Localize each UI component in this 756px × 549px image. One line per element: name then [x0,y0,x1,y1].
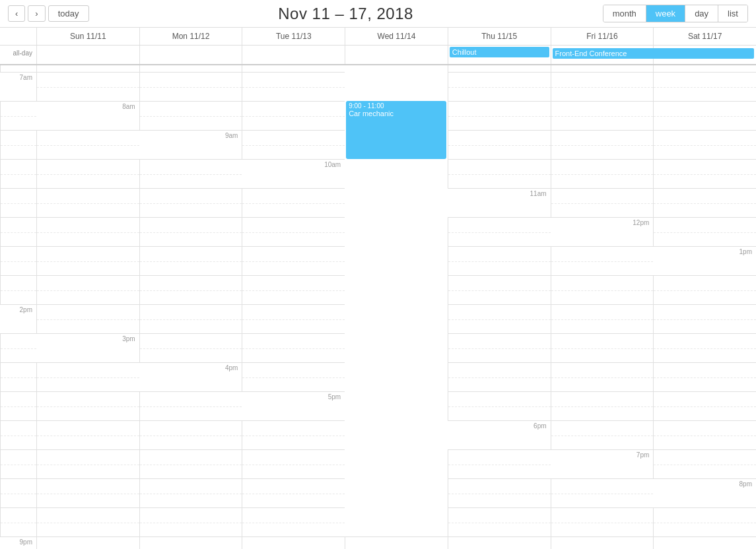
day-col-4-hour-15[interactable] [653,333,756,362]
day-col-4-hour-20[interactable] [448,507,551,536]
day-col-3-hour-8[interactable] [551,101,654,130]
day-col-0-hour-9[interactable] [242,130,345,159]
day-col-0-hour-19[interactable] [653,449,756,478]
event-car-mechanic[interactable]: 9:00 - 11:00Car mechanic [346,101,446,159]
day-col-2-hour-17[interactable] [653,391,756,420]
day-col-2-hour-8[interactable] [448,101,551,130]
day-col-2-hour-7[interactable] [242,72,345,101]
day-col-3-hour-19[interactable] [139,478,242,507]
day-col-2-hour-15[interactable] [448,333,551,362]
day-col-6-hour-17[interactable] [242,420,345,449]
day-col-1-hour-12[interactable] [0,246,36,275]
day-col-0-hour-20[interactable] [0,507,36,536]
prev-button[interactable]: ‹ [8,5,25,22]
day-col-4-hour-21[interactable] [448,536,551,549]
day-col-5-hour-18[interactable] [242,449,345,478]
day-col-2-hour-16[interactable] [551,362,654,391]
day-col-4-hour-10[interactable] [36,188,139,217]
day-col-1-hour-6[interactable] [36,65,139,72]
day-col-2-hour-10[interactable] [653,159,756,188]
day-col-1-hour-8[interactable] [242,101,345,130]
day-col-4-hour-14[interactable] [551,304,654,333]
day-col-1-hour-15[interactable] [242,333,345,362]
day-col-4-hour-9[interactable] [0,159,36,188]
day-col-5-hour-14[interactable] [653,304,756,333]
day-col-5-hour-19[interactable] [448,478,551,507]
day-col-2-hour-13[interactable] [139,275,242,304]
day-col-6-hour-19[interactable] [551,478,654,507]
day-col-6-hour-6[interactable] [653,65,756,72]
day-col-6-hour-9[interactable] [139,159,242,188]
day-col-6-hour-13[interactable] [653,275,756,304]
day-col-0-hour-6[interactable] [0,65,36,72]
day-col-3-hour-21[interactable] [345,536,448,549]
day-col-1-hour-19[interactable] [0,478,36,507]
day-col-3-hour-6[interactable] [242,65,345,72]
day-col-3-hour-16[interactable] [653,362,756,391]
day-col-0-hour-17[interactable] [448,391,551,420]
day-col-0-hour-21[interactable] [36,536,139,549]
day-col-4-hour-18[interactable] [139,449,242,478]
day-col-1-hour-20[interactable] [36,507,139,536]
day-col-5-hour-13[interactable] [551,275,654,304]
day-col-6-hour-10[interactable] [242,188,345,217]
list-view-button[interactable]: list [718,5,747,22]
day-col-6-hour-14[interactable] [0,333,36,362]
allday-cell-wed[interactable] [345,46,448,64]
day-col-4-hour-11[interactable] [139,217,242,246]
day-col-2-hour-14[interactable] [242,304,345,333]
allday-cell-mon[interactable] [139,46,242,64]
day-col-0-hour-16[interactable] [242,362,345,391]
allday-cell-thu[interactable]: Chillout [448,46,551,64]
day-col-5-hour-17[interactable] [139,420,242,449]
day-col-6-hour-15[interactable] [36,362,139,391]
day-col-4-hour-7[interactable] [551,72,654,101]
day-col-3-hour-9[interactable] [653,130,756,159]
day-col-4-hour-8[interactable] [653,101,756,130]
day-col-6-hour-12[interactable] [551,246,654,275]
day-col-6-hour-16[interactable] [139,391,242,420]
day-col-3-hour-17[interactable] [0,420,36,449]
day-col-6-hour-21[interactable] [653,536,756,549]
day-col-4-hour-19[interactable] [242,478,345,507]
allday-cell-fri[interactable]: Front-End Conference [551,46,654,64]
day-col-5-hour-10[interactable] [139,188,242,217]
day-col-1-hour-18[interactable] [653,420,756,449]
day-col-5-hour-8[interactable] [0,130,36,159]
day-col-3-hour-13[interactable] [242,275,345,304]
day-col-1-hour-9[interactable] [448,130,551,159]
day-col-1-hour-21[interactable] [139,536,242,549]
day-col-6-hour-18[interactable] [448,449,551,478]
day-col-6-hour-20[interactable] [653,507,756,536]
day-col-0-hour-12[interactable] [653,217,756,246]
day-col-5-hour-11[interactable] [242,217,345,246]
day-col-3-hour-10[interactable] [0,188,36,217]
day-col-3-hour-14[interactable] [448,304,551,333]
day-col-2-hour-18[interactable] [0,449,36,478]
day-col-1-hour-7[interactable] [139,72,242,101]
day-col-3-hour-18[interactable] [36,449,139,478]
day-col-0-hour-7[interactable] [36,72,139,101]
day-col-3-hour-12[interactable] [139,246,242,275]
month-view-button[interactable]: month [603,5,646,22]
day-col-1-hour-13[interactable] [36,275,139,304]
day-col-5-hour-20[interactable] [551,507,654,536]
day-col-2-hour-19[interactable] [36,478,139,507]
day-col-6-hour-7[interactable] [0,101,36,130]
day-col-0-hour-8[interactable] [139,101,242,130]
day-col-1-hour-17[interactable] [551,391,654,420]
day-col-3-hour-11[interactable] [36,217,139,246]
day-col-5-hour-6[interactable] [551,65,654,72]
day-col-6-hour-11[interactable] [448,217,551,246]
day-col-5-hour-16[interactable] [36,391,139,420]
day-col-0-hour-10[interactable] [448,159,551,188]
today-button[interactable]: today [48,5,89,22]
day-col-0-hour-11[interactable] [551,188,654,217]
day-col-4-hour-17[interactable] [36,420,139,449]
day-col-2-hour-9[interactable] [551,130,654,159]
day-col-1-hour-11[interactable] [653,188,756,217]
day-view-button[interactable]: day [685,5,718,22]
day-col-5-hour-12[interactable] [448,246,551,275]
day-col-5-hour-9[interactable] [36,159,139,188]
allday-event-frontend-conf[interactable]: Front-End Conference [553,48,754,59]
